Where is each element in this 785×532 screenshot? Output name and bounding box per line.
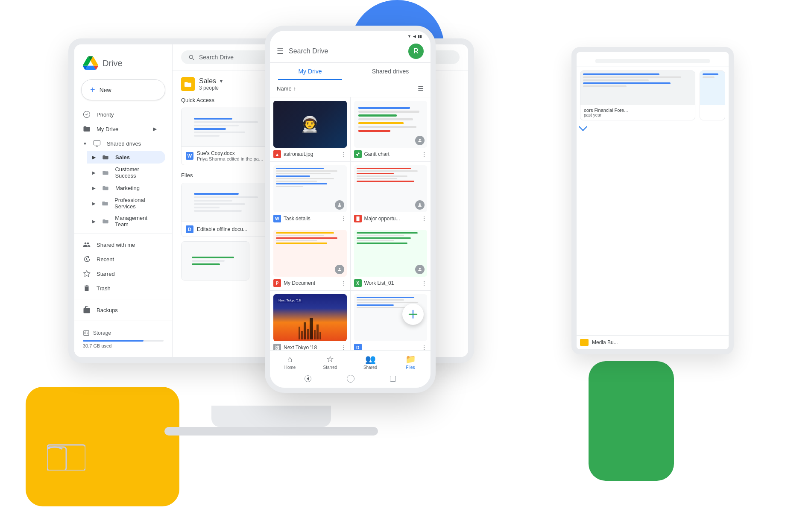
battery-icon: ▮▮ [418,34,422,38]
unnamed-file-bottom: D ⋮ [354,344,428,350]
major-more-icon[interactable]: ⋮ [421,215,427,222]
sidebar-item-starred[interactable]: Starred [74,266,165,281]
nav-item-shared[interactable]: 👥 Shared [357,354,383,370]
tokyo-thumb: Next Tokyo '18 [273,294,347,341]
nav-item-files[interactable]: 📁 Files [398,354,423,370]
sidebar-item-customer-success[interactable]: ▶ Customer Success [87,164,165,181]
laptop2-file-row: oors Financial Fore... past year [577,67,729,124]
backups-icon [83,306,91,314]
sidebar-divider-3 [74,321,172,321]
file-card-3[interactable]: D Editable offline docu... [181,183,270,237]
task-file-bottom: W Task details ⋮ [273,215,347,222]
sidebar-item-priority[interactable]: Priority [74,107,165,122]
unnamed-more-icon[interactable]: ⋮ [421,344,427,350]
folder-dropdown[interactable]: ▼ [219,78,224,84]
sort-label[interactable]: Name ↑ [277,85,296,92]
professional-services-label: Professional Services [114,197,160,210]
major-file-bottom: Major opportu... ⋮ [354,215,428,222]
phone-status-bar: ▼ ◀ ▮▮ [270,31,431,40]
phone-file-major-opportu[interactable]: Major opportu... ⋮ [351,162,431,226]
work-list-icon: X [354,279,362,287]
storage-icon [83,330,90,336]
my-drive-expand: ▶ [153,126,157,132]
phone-file-gantt[interactable]: Gantt chart ⋮ [351,97,431,161]
phone-file-tokyo[interactable]: Next Tokyo '18 🖼 Next Tokyo '18 ⋮ [270,291,350,350]
priority-icon [83,111,91,118]
svg-point-8 [339,203,340,205]
recent-label: Recent [97,256,114,263]
sidebar-divider-2 [74,299,172,299]
file-info-1: W Sue's Copy.docx Priya Sharma edited in… [182,146,270,165]
nav-item-starred[interactable]: ☆ Starred [317,354,343,370]
sidebar-shared-drives-header[interactable]: ▼ Shared drives [74,136,172,151]
phone-tab-my-drive[interactable]: My Drive [270,63,350,80]
sidebar-item-my-drive[interactable]: My Drive ▶ [74,122,165,136]
list-view-icon[interactable]: ☰ [418,85,424,93]
file-info-3: D Editable offline docu... [182,222,270,237]
unnamed-icon: D [354,344,362,350]
task-more-icon[interactable]: ⋮ [341,215,347,222]
laptop2-file1-name: oors Financial Fore... [584,108,691,113]
back-button[interactable] [305,375,311,382]
laptop2-partial-card [700,70,725,120]
ps-expand: ▶ [92,201,96,206]
gantt-file-bottom: Gantt chart ⋮ [354,150,428,158]
tokyo-more-icon[interactable]: ⋮ [341,344,347,350]
work-list-more-icon[interactable]: ⋮ [421,280,427,286]
my-document-filename: My Document [284,280,338,286]
svg-point-11 [419,268,421,269]
major-filename: Major opportu... [364,216,419,222]
search-placeholder-text: Search Drive [199,54,234,61]
sidebar-item-shared-with-me[interactable]: Shared with me [74,237,165,252]
sidebar-item-backups[interactable]: Backups [74,303,165,317]
drive-sidebar: Drive + New Priority [74,44,173,357]
home-system-button[interactable] [347,375,354,383]
new-button[interactable]: + New [81,79,165,100]
astronaut-filename: astronaut.jpg [284,151,338,157]
file-name-info-3: Editable offline docu... [197,226,266,232]
phone-user-avatar[interactable]: R [408,44,424,59]
file-icon-docs: D [186,225,193,233]
storage-bar-fill [83,340,144,342]
storage-value: 30.7 GB used [83,343,164,348]
shared-nav-label: Shared [363,365,377,370]
phone-system-bar [270,371,431,388]
phone-file-astronaut[interactable]: 👨‍🚀 ▲ astronaut.jpg ⋮ [270,97,350,161]
file-icon-docx: W [186,152,193,160]
sidebar-item-management-team[interactable]: ▶ Management Team [87,212,165,230]
shared-drives-list: ▶ Sales ▶ [74,151,172,230]
phone-file-task-details[interactable]: W Task details ⋮ [270,162,350,226]
phone-search-text[interactable]: Search Drive [289,47,403,55]
recent-system-button[interactable] [390,376,396,382]
wifi-icon: ◀ [413,34,416,38]
progress-file-card[interactable] [181,241,249,281]
home-nav-label: Home [284,365,296,370]
file-card-sues-copy[interactable]: W Sue's Copy.docx Priya Sharma edited in… [181,108,270,165]
my-document-more-icon[interactable]: ⋮ [341,280,347,286]
sidebar-item-professional-services[interactable]: ▶ Professional Services [87,194,165,212]
phone-file-work-list[interactable]: X Work List_01 ⋮ [351,226,431,290]
hamburger-icon[interactable]: ☰ [277,47,284,56]
major-opportu-thumb [354,165,428,212]
folder-people-count: 3 people [199,85,224,91]
sidebar-item-sales[interactable]: ▶ Sales [87,151,165,164]
signal-icon: ▼ [407,34,411,38]
gantt-more-icon[interactable]: ⋮ [421,151,427,158]
cs-folder-icon [102,169,109,176]
phone-tab-shared-drives[interactable]: Shared drives [350,63,431,80]
laptop2-content: oors Financial Fore... past year [577,52,729,349]
phone-file-my-document[interactable]: P My Document ⋮ [270,226,350,290]
astronaut-more-icon[interactable]: ⋮ [341,151,347,158]
sidebar-item-trash[interactable]: Trash [74,281,165,295]
nav-item-home[interactable]: ⌂ Home [277,354,303,370]
laptop2-file-card-1[interactable]: oors Financial Fore... past year [580,70,695,120]
sidebar-item-recent[interactable]: Recent [74,252,165,266]
phone-bottom-nav: ⌂ Home ☆ Starred 👥 Shared 📁 Files [270,350,431,371]
fab-button[interactable] [402,304,424,325]
tokyo-file-bottom: 🖼 Next Tokyo '18 ⋮ [273,344,347,350]
sidebar-item-marketing[interactable]: ▶ Marketing [87,181,165,194]
home-nav-icon: ⌂ [287,354,293,364]
laptop-base [164,427,378,436]
laptop2-container: oors Financial Fore... past year [571,47,734,371]
sort-name-label: Name [277,85,292,92]
